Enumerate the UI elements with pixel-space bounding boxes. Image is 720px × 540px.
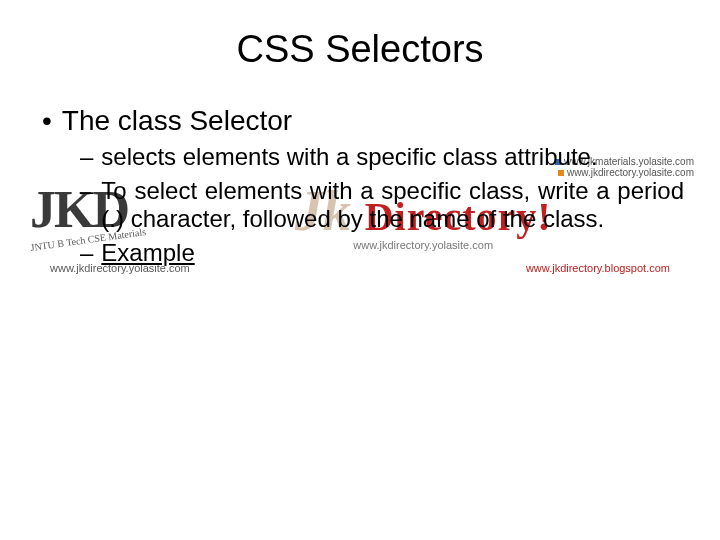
dash-icon: –	[80, 143, 93, 171]
sub-bullet-list: – selects elements with a specific class…	[80, 143, 684, 267]
bullet-level-2: – Example	[80, 239, 684, 267]
slide-title: CSS Selectors	[36, 28, 684, 71]
sub-item-1: selects elements with a specific class a…	[101, 143, 684, 171]
sub-item-2: To select elements with a specific class…	[101, 177, 684, 233]
bullet-dot-icon: •	[42, 105, 52, 137]
bullet-level-2: – To select elements with a specific cla…	[80, 177, 684, 233]
example-link[interactable]: Example	[101, 239, 194, 267]
bullet-1-text: The class Selector	[62, 105, 292, 137]
bullet-level-2: – selects elements with a specific class…	[80, 143, 684, 171]
slide-content: CSS Selectors • The class Selector – sel…	[0, 0, 720, 267]
dash-icon: –	[80, 239, 93, 267]
dash-icon: –	[80, 177, 93, 205]
bullet-level-1: • The class Selector	[42, 105, 684, 137]
